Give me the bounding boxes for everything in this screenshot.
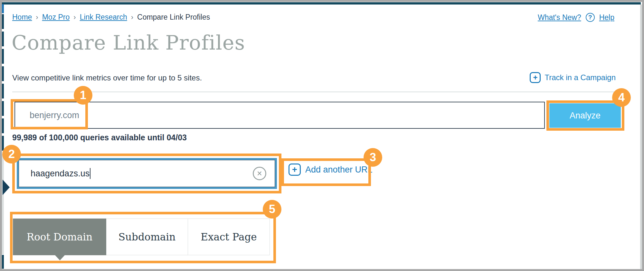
callout-3: 3 bbox=[364, 148, 382, 167]
clear-input-icon[interactable]: × bbox=[253, 167, 266, 180]
top-accent-line bbox=[2, 2, 641, 5]
page-title: Compare Link Profiles bbox=[12, 31, 245, 54]
tab-root-domain[interactable]: Root Domain bbox=[13, 219, 106, 255]
breadcrumb: Home › Moz Pro › Link Research › Compare… bbox=[12, 13, 210, 22]
track-in-campaign-label: Track in a Campaign bbox=[545, 73, 616, 82]
selected-tab-pointer-icon bbox=[55, 255, 65, 260]
analyze-button[interactable]: Analyze bbox=[549, 103, 621, 128]
scope-tabs: Root Domain Subdomain Exact Page bbox=[13, 219, 270, 255]
tab-subdomain[interactable]: Subdomain bbox=[106, 219, 188, 255]
breadcrumb-separator: › bbox=[36, 13, 38, 22]
plus-icon: + bbox=[530, 72, 541, 83]
queries-status: 99,989 of 100,000 queries available unti… bbox=[12, 133, 187, 142]
breadcrumb-separator: › bbox=[73, 13, 76, 22]
compare-link-profiles-page: Home › Moz Pro › Link Research › Compare… bbox=[0, 0, 644, 271]
help-link[interactable]: Help bbox=[599, 13, 614, 22]
secondary-url-value: haagendazs.us bbox=[31, 169, 90, 179]
text-cursor bbox=[90, 168, 90, 179]
breadcrumb-moz-pro[interactable]: Moz Pro bbox=[42, 13, 70, 22]
track-in-campaign-button[interactable]: + Track in a Campaign bbox=[530, 72, 616, 83]
whats-new-link[interactable]: What's New? bbox=[538, 13, 581, 22]
callout-2: 2 bbox=[2, 145, 21, 164]
right-edge-strip bbox=[640, 5, 642, 269]
left-edge-blue-segment bbox=[2, 4, 4, 13]
breadcrumb-home[interactable]: Home bbox=[12, 13, 32, 22]
help-icon: ? bbox=[586, 13, 595, 22]
breadcrumb-current: Compare Link Profiles bbox=[137, 13, 210, 22]
header-links: What's New? ? Help bbox=[538, 13, 614, 22]
secondary-url-field[interactable]: haagendazs.us × bbox=[19, 160, 275, 187]
section-divider bbox=[12, 91, 624, 92]
left-edge-navy-segments bbox=[2, 14, 4, 153]
callout-4: 4 bbox=[612, 88, 631, 107]
left-edge-light-segment bbox=[2, 154, 4, 254]
add-another-url-label: Add another URL bbox=[305, 165, 373, 175]
add-another-url-button[interactable]: + Add another URL bbox=[289, 164, 373, 176]
callout-5: 5 bbox=[263, 200, 281, 219]
secondary-url-input[interactable]: haagendazs.us × bbox=[17, 158, 277, 189]
primary-url-input[interactable] bbox=[14, 102, 545, 129]
plus-icon: + bbox=[289, 164, 301, 176]
left-edge-arrow-icon bbox=[3, 180, 10, 195]
breadcrumb-separator: › bbox=[131, 13, 133, 22]
left-edge-navy-bottom bbox=[2, 255, 4, 269]
callout-1: 1 bbox=[74, 86, 92, 105]
tab-exact-page[interactable]: Exact Page bbox=[188, 219, 270, 255]
breadcrumb-link-research[interactable]: Link Research bbox=[80, 13, 127, 22]
page-subtitle: View competitive link metrics over time … bbox=[12, 73, 202, 82]
